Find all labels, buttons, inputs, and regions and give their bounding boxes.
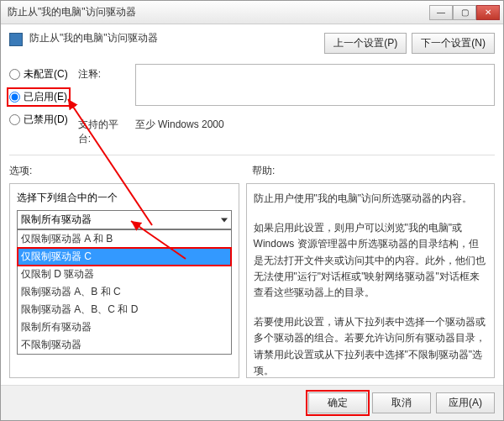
comment-label: 注释: [78, 64, 129, 82]
options-label: 选项: [9, 164, 252, 178]
help-p2: 如果启用此设置，则用户可以浏览"我的电脑"或 Windows 资源管理器中所选驱… [254, 220, 487, 301]
radio-enabled[interactable]: 已启用(E) [9, 90, 68, 104]
drive-option-c[interactable]: 仅限制驱动器 C [18, 248, 231, 266]
divider [9, 155, 495, 155]
fields-column: 注释: 支持的平台: 至少 Windows 2000 [78, 64, 495, 146]
drive-select[interactable]: 限制所有驱动器 [17, 210, 232, 229]
content-area: 防止从"我的电脑"访问驱动器 上一个设置(P) 下一个设置(N) 未配置(C) … [1, 24, 503, 385]
drive-option-d[interactable]: 仅限制 D 驱动器 [18, 266, 231, 283]
window-title: 防止从"我的电脑"访问驱动器 [4, 5, 429, 19]
platform-value: 至少 Windows 2000 [135, 114, 495, 132]
radio-unconfigured[interactable]: 未配置(C) [9, 67, 68, 82]
drive-option-all[interactable]: 限制所有驱动器 [18, 318, 231, 336]
drive-option-ab[interactable]: 仅限制驱动器 A 和 B [18, 230, 231, 248]
config-area: 未配置(C) 已启用(E) 已禁用(D) 注释: 支持的平台: [9, 64, 495, 146]
radio-disabled-label: 已禁用(D) [24, 113, 68, 127]
prev-setting-button[interactable]: 上一个设置(P) [324, 33, 407, 54]
minimize-button[interactable]: — [429, 5, 453, 20]
cancel-button[interactable]: 取消 [372, 392, 431, 413]
comment-input[interactable] [135, 64, 495, 106]
close-button[interactable]: ✕ [476, 5, 500, 20]
titlebar[interactable]: 防止从"我的电脑"访问驱动器 — ▢ ✕ [1, 1, 503, 24]
next-setting-button[interactable]: 下一个设置(N) [412, 33, 495, 54]
help-label: 帮助: [252, 164, 495, 178]
platform-label: 支持的平台: [78, 114, 129, 146]
help-p1: 防止用户使用"我的电脑"访问所选驱动器的内容。 [254, 191, 487, 207]
lower-panels: 选择下列组合中的一个 限制所有驱动器 仅限制驱动器 A 和 B 仅限制驱动器 C… [9, 183, 495, 378]
drive-select-wrap: 限制所有驱动器 仅限制驱动器 A 和 B 仅限制驱动器 C 仅限制 D 驱动器 … [17, 210, 232, 229]
maximize-button[interactable]: ▢ [453, 5, 476, 20]
options-panel: 选择下列组合中的一个 限制所有驱动器 仅限制驱动器 A 和 B 仅限制驱动器 C… [9, 183, 239, 378]
window-buttons: — ▢ ✕ [429, 5, 500, 20]
platform-row: 支持的平台: 至少 Windows 2000 [78, 114, 495, 146]
radio-unconfigured-input[interactable] [9, 69, 20, 80]
nav-row: 上一个设置(P) 下一个设置(N) [9, 33, 495, 54]
help-panel[interactable]: 防止用户使用"我的电脑"访问所选驱动器的内容。 如果启用此设置，则用户可以浏览"… [246, 183, 495, 378]
radio-enabled-label: 已启用(E) [24, 90, 67, 104]
comment-row: 注释: [78, 64, 495, 106]
drive-option-none[interactable]: 不限制驱动器 [18, 336, 231, 354]
help-p3: 若要使用此设置，请从下拉列表中选择一个驱动器或多个驱动器的组合。若要允许访问所有… [254, 314, 487, 378]
radio-group: 未配置(C) 已启用(E) 已禁用(D) [9, 64, 68, 146]
radio-enabled-input[interactable] [9, 92, 20, 103]
radio-disabled-input[interactable] [9, 114, 20, 125]
radio-unconfigured-label: 未配置(C) [24, 67, 68, 82]
radio-disabled[interactable]: 已禁用(D) [9, 113, 68, 127]
dialog-window: 防止从"我的电脑"访问驱动器 — ▢ ✕ 防止从"我的电脑"访问驱动器 上一个设… [0, 0, 504, 421]
options-prompt: 选择下列组合中的一个 [17, 191, 232, 205]
drive-dropdown: 仅限制驱动器 A 和 B 仅限制驱动器 C 仅限制 D 驱动器 限制驱动器 A、… [17, 229, 232, 355]
footer: 确定 取消 应用(A) [1, 385, 503, 420]
ok-button[interactable]: 确定 [308, 392, 367, 413]
apply-button[interactable]: 应用(A) [436, 392, 495, 413]
section-labels: 选项: 帮助: [9, 164, 495, 178]
drive-option-abcd[interactable]: 限制驱动器 A、B、C 和 D [18, 301, 231, 318]
drive-option-abc[interactable]: 限制驱动器 A、B 和 C [18, 283, 231, 301]
